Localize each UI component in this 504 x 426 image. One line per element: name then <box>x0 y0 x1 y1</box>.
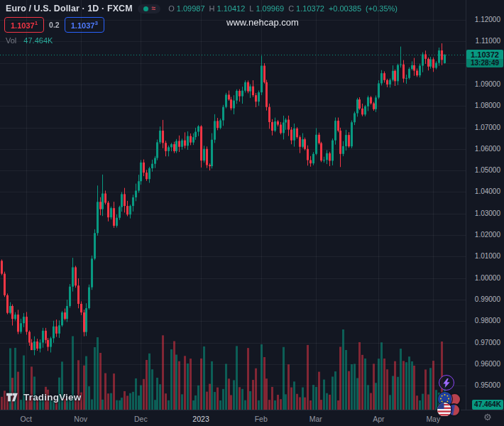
time-tick-label: Dec <box>134 415 148 423</box>
volume-value: 47.464K <box>23 36 53 45</box>
market-open-dot-icon <box>143 6 148 11</box>
price-tick-label: 0.95000 <box>475 381 500 389</box>
price-tick-label: 0.96000 <box>475 360 500 368</box>
price-tick-label: 1.03000 <box>475 209 500 217</box>
ohlc-readout: O 1.09987 H 1.10412 L 1.09969 C 1.10372 … <box>168 4 398 13</box>
time-tick-label: Feb <box>255 415 268 423</box>
delayed-data-icon: ≈ <box>152 6 155 11</box>
symbol-title[interactable]: Euro / U.S. Dollar · 1D · FXCM <box>6 4 133 13</box>
price-tick-label: 1.11000 <box>476 37 500 45</box>
price-tick-label: 1.12000 <box>475 16 500 23</box>
price-tick-label: 0.98000 <box>475 317 500 324</box>
open-label: O <box>168 4 175 13</box>
price-tick-label: 0.97000 <box>475 339 500 346</box>
tradingview-chart-window: Euro / U.S. Dollar · 1D · FXCM ≈ O 1.099… <box>0 0 504 426</box>
last-price-value: 1.10372 <box>466 50 503 59</box>
price-tick-label: 1.01000 <box>475 252 500 260</box>
spread-value: 0.2 <box>49 21 60 29</box>
time-tick-label: Mar <box>309 415 322 423</box>
price-tick-label: 1.08000 <box>475 102 500 109</box>
price-tick-label: 1.04000 <box>475 187 500 195</box>
buy-button[interactable]: 1.10373 <box>65 17 104 33</box>
low-label: L <box>249 4 253 13</box>
volume-label: Vol <box>6 36 16 45</box>
open-value: 1.09987 <box>177 4 205 13</box>
time-tick-label: Oct <box>20 415 31 423</box>
last-price-badge[interactable]: 1.10372 13:28:49 <box>466 50 503 67</box>
chart-legend: Euro / U.S. Dollar · 1D · FXCM ≈ O 1.099… <box>6 4 398 13</box>
price-tick-label: 1.02000 <box>475 231 500 239</box>
us-flag-icon <box>437 402 452 417</box>
price-tick-label: 0.99000 <box>475 295 500 303</box>
time-axis[interactable]: OctNovDec2023FebMarAprMay <box>0 410 504 426</box>
bid-ask-row: 1.10371 0.2 1.10373 <box>4 17 104 33</box>
gear-icon[interactable]: ⚙ <box>483 412 492 422</box>
watermark-text: www.nehcap.com <box>226 17 300 28</box>
boost-button[interactable] <box>439 375 454 390</box>
low-value: 1.09969 <box>256 4 284 13</box>
volume-legend[interactable]: Vol 47.464K <box>6 36 53 45</box>
price-tick-label: 1.07000 <box>475 124 500 131</box>
market-status-pill[interactable]: ≈ <box>138 4 161 13</box>
candlestick-chart-canvas[interactable] <box>0 0 466 410</box>
high-label: H <box>209 4 215 13</box>
close-label: C <box>288 4 294 13</box>
time-tick-label: Nov <box>74 415 87 423</box>
tradingview-mark-icon <box>6 391 19 403</box>
time-tick-label: 2023 <box>192 415 209 423</box>
bar-countdown: 13:28:49 <box>466 59 503 67</box>
close-value: 1.10372 <box>296 4 324 13</box>
high-value: 1.10412 <box>217 4 246 13</box>
time-tick-label: Apr <box>373 415 384 423</box>
price-tick-label: 1.05000 <box>475 166 500 174</box>
price-tick-label: 1.09000 <box>475 80 500 88</box>
usd-flag-pair[interactable] <box>437 402 462 418</box>
sell-button[interactable]: 1.10371 <box>4 17 44 33</box>
price-tick-label: 1.00000 <box>475 274 500 282</box>
change-absolute: +0.00385 <box>329 4 361 13</box>
price-tick-label: 1.06000 <box>475 145 500 153</box>
lightning-icon <box>443 378 450 388</box>
tradingview-logo-text: TradingView <box>23 392 81 403</box>
change-percent: (+0.35%) <box>366 4 398 13</box>
volume-badge: 47.464K <box>472 400 503 410</box>
tradingview-logo[interactable]: TradingView <box>6 391 81 403</box>
